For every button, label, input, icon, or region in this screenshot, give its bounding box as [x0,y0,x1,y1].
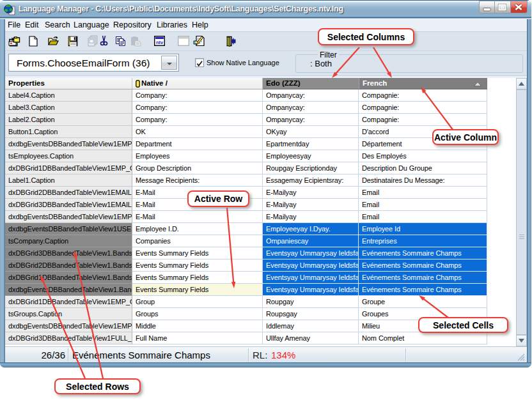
svg-text:ntv: ntv [156,40,164,45]
